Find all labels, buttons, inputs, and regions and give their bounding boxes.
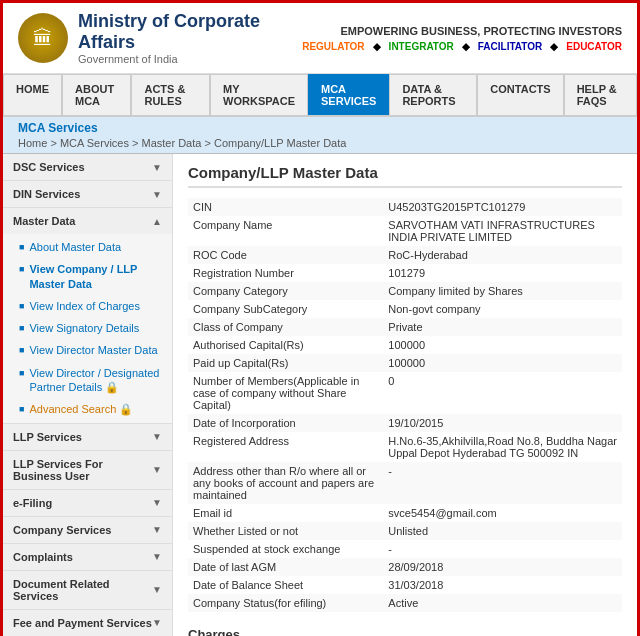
sidebar-efiling-label: e-Filing bbox=[13, 497, 52, 509]
info-value: 101279 bbox=[383, 264, 622, 282]
sidebar-item-about-master[interactable]: ■ About Master Data bbox=[3, 236, 172, 258]
header: 🏛 Ministry of Corporate Affairs Governme… bbox=[3, 3, 637, 74]
sidebar-doc-header[interactable]: Document Related Services ▼ bbox=[3, 571, 172, 609]
info-value: 28/09/2018 bbox=[383, 558, 622, 576]
mca-logo: 🏛 bbox=[18, 13, 68, 63]
sidebar-item-view-company[interactable]: ■ View Company / LLP Master Data bbox=[3, 258, 172, 295]
info-value: 100000 bbox=[383, 354, 622, 372]
table-row: Registration Number101279 bbox=[188, 264, 622, 282]
chevron-down-icon: ▼ bbox=[152, 431, 162, 442]
info-value: 19/10/2015 bbox=[383, 414, 622, 432]
header-tagline: EMPOWERING BUSINESS, PROTECTING INVESTOR… bbox=[302, 25, 622, 37]
chevron-up-icon: ▲ bbox=[152, 216, 162, 227]
sidebar-item-signatory[interactable]: ■ View Signatory Details bbox=[3, 317, 172, 339]
chevron-down-icon: ▼ bbox=[152, 189, 162, 200]
info-value: svce5454@gmail.com bbox=[383, 504, 622, 522]
nav-about[interactable]: ABOUT MCA bbox=[62, 74, 131, 115]
table-row: Company Status(for efiling)Active bbox=[188, 594, 622, 612]
nav-workspace[interactable]: MY WORKSPACE bbox=[210, 74, 308, 115]
bullet-icon: ■ bbox=[19, 368, 24, 380]
info-label: Registered Address bbox=[188, 432, 383, 462]
info-value: - bbox=[383, 540, 622, 558]
sidebar-llp-header[interactable]: LLP Services ▼ bbox=[3, 424, 172, 450]
info-value: Unlisted bbox=[383, 522, 622, 540]
info-value: Active bbox=[383, 594, 622, 612]
info-value: Company limited by Shares bbox=[383, 282, 622, 300]
sidebar: DSC Services ▼ DIN Services ▼ Master Dat… bbox=[3, 154, 173, 636]
sidebar-designated-label: View Director / Designated Partner Detai… bbox=[29, 366, 162, 395]
sidebar-company-label: Company Services bbox=[13, 524, 111, 536]
chevron-down-icon: ▼ bbox=[152, 584, 162, 595]
nav-mca-services[interactable]: MCA SERVICES bbox=[308, 74, 389, 115]
nav-contacts[interactable]: CONTACTS bbox=[477, 74, 563, 115]
bullet-icon: ■ bbox=[19, 242, 24, 254]
info-label: Whether Listed or not bbox=[188, 522, 383, 540]
sidebar-dsc-label: DSC Services bbox=[13, 161, 85, 173]
table-row: Email idsvce5454@gmail.com bbox=[188, 504, 622, 522]
info-label: Company Status(for efiling) bbox=[188, 594, 383, 612]
nav-home[interactable]: HOME bbox=[3, 74, 62, 115]
sidebar-efiling-header[interactable]: e-Filing ▼ bbox=[3, 490, 172, 516]
info-label: Paid up Capital(Rs) bbox=[188, 354, 383, 372]
chevron-down-icon: ▼ bbox=[152, 464, 162, 475]
sidebar-master-header[interactable]: Master Data ▲ bbox=[3, 208, 172, 234]
bullet-icon: ■ bbox=[19, 323, 24, 335]
table-row: Authorised Capital(Rs)100000 bbox=[188, 336, 622, 354]
info-label: CIN bbox=[188, 198, 383, 216]
sidebar-item-view-charges[interactable]: ■ View Index of Charges bbox=[3, 295, 172, 317]
table-row: ROC CodeRoC-Hyderabad bbox=[188, 246, 622, 264]
sidebar-signatory-label: View Signatory Details bbox=[29, 321, 139, 335]
sidebar-about-label: About Master Data bbox=[29, 240, 121, 254]
sidebar-complaints-header[interactable]: Complaints ▼ bbox=[3, 544, 172, 570]
sidebar-item-director-master[interactable]: ■ View Director Master Data bbox=[3, 339, 172, 361]
bullet-icon: ■ bbox=[19, 345, 24, 357]
bullet-icon: ■ bbox=[19, 264, 24, 276]
info-label: Company Name bbox=[188, 216, 383, 246]
sidebar-llp-biz-header[interactable]: LLP Services For Business User ▼ bbox=[3, 451, 172, 489]
table-row: Class of CompanyPrivate bbox=[188, 318, 622, 336]
sidebar-complaints-label: Complaints bbox=[13, 551, 73, 563]
info-label: Company Category bbox=[188, 282, 383, 300]
nav-acts[interactable]: ACTS & RULES bbox=[131, 74, 210, 115]
info-value: 31/03/2018 bbox=[383, 576, 622, 594]
sidebar-item-advanced[interactable]: ■ Advanced Search 🔒 bbox=[3, 398, 172, 420]
chevron-down-icon: ▼ bbox=[152, 551, 162, 562]
chevron-down-icon: ▼ bbox=[152, 497, 162, 508]
header-tags: REGULATOR ◆ INTEGRATOR ◆ FACILITATOR ◆ E… bbox=[302, 41, 622, 52]
sidebar-section-dsc: DSC Services ▼ bbox=[3, 154, 172, 181]
info-label: Date of last AGM bbox=[188, 558, 383, 576]
info-label: Authorised Capital(Rs) bbox=[188, 336, 383, 354]
info-label: Number of Members(Applicable in case of … bbox=[188, 372, 383, 414]
tag-integrator: INTEGRATOR bbox=[389, 41, 454, 52]
table-row: CINU45203TG2015PTC101279 bbox=[188, 198, 622, 216]
header-subtitle: Government of India bbox=[78, 53, 302, 65]
table-row: Suspended at stock exchange- bbox=[188, 540, 622, 558]
info-value: Non-govt company bbox=[383, 300, 622, 318]
header-right: EMPOWERING BUSINESS, PROTECTING INVESTOR… bbox=[302, 25, 622, 52]
sidebar-master-items: ■ About Master Data ■ View Company / LLP… bbox=[3, 234, 172, 423]
table-row: Date of last AGM28/09/2018 bbox=[188, 558, 622, 576]
sidebar-section-din: DIN Services ▼ bbox=[3, 181, 172, 208]
sidebar-dsc-header[interactable]: DSC Services ▼ bbox=[3, 154, 172, 180]
breadcrumb-title: MCA Services bbox=[18, 121, 622, 135]
bullet-icon: ■ bbox=[19, 404, 24, 416]
sidebar-item-designated[interactable]: ■ View Director / Designated Partner Det… bbox=[3, 362, 172, 399]
dot1: ◆ bbox=[373, 41, 381, 52]
chevron-down-icon: ▼ bbox=[152, 162, 162, 173]
sidebar-fee-header[interactable]: Fee and Payment Services ▼ bbox=[3, 610, 172, 636]
sidebar-section-fee: Fee and Payment Services ▼ bbox=[3, 610, 172, 636]
nav-help[interactable]: HELP & FAQS bbox=[564, 74, 637, 115]
sidebar-charges-label: View Index of Charges bbox=[29, 299, 139, 313]
tag-educator: EDUCATOR bbox=[566, 41, 622, 52]
info-value: H.No.6-35,Akhilvilla,Road No.8, Buddha N… bbox=[383, 432, 622, 462]
sidebar-din-header[interactable]: DIN Services ▼ bbox=[3, 181, 172, 207]
sidebar-din-label: DIN Services bbox=[13, 188, 80, 200]
charges-section-title: Charges bbox=[188, 627, 622, 636]
nav-data[interactable]: DATA & REPORTS bbox=[389, 74, 477, 115]
sidebar-company-header[interactable]: Company Services ▼ bbox=[3, 517, 172, 543]
dot2: ◆ bbox=[462, 41, 470, 52]
info-label: Date of Incorporation bbox=[188, 414, 383, 432]
company-info-table: CINU45203TG2015PTC101279Company NameSARV… bbox=[188, 198, 622, 612]
sidebar-section-llp: LLP Services ▼ bbox=[3, 424, 172, 451]
dot3: ◆ bbox=[550, 41, 558, 52]
